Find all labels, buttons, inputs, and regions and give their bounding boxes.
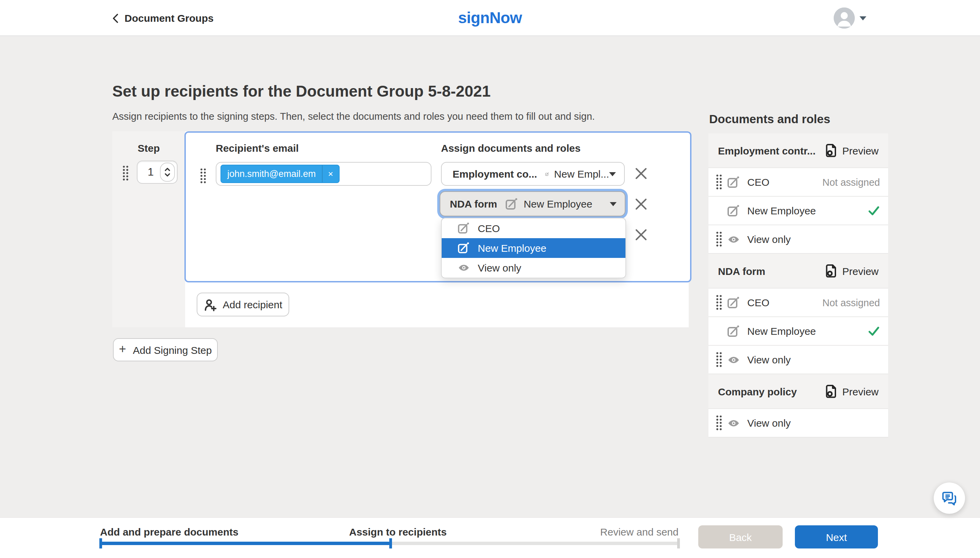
progress-bar-completed (100, 542, 391, 545)
step-label: Step (112, 142, 185, 154)
close-icon (634, 197, 648, 211)
row-drag-handle[interactable] (716, 174, 722, 190)
avatar (834, 8, 855, 29)
add-recipient-button[interactable]: Add recipient (197, 293, 289, 317)
chevron-down-icon (610, 202, 617, 206)
preview-link[interactable]: Preview (824, 264, 878, 277)
user-silhouette-icon (834, 8, 855, 29)
edit-icon (727, 324, 740, 338)
role-row[interactable]: CEO Not assigned (708, 289, 888, 317)
assigned-check-icon (868, 205, 880, 217)
role-row[interactable]: View only (708, 346, 888, 374)
row-drag-handle[interactable] (716, 231, 722, 247)
role-option-label: View only (478, 262, 521, 274)
account-menu[interactable] (834, 0, 866, 36)
dropdown-role-name: New Empl... (554, 168, 609, 180)
edit-icon (727, 175, 740, 189)
dropdown-document-name: NDA form (450, 198, 497, 210)
role-row[interactable]: New Employee (708, 317, 888, 346)
assigned-check-icon (868, 325, 880, 337)
role-row[interactable]: New Employee (708, 197, 888, 225)
step-drag-handle[interactable] (123, 165, 129, 181)
role-row[interactable]: View only (708, 225, 888, 254)
row-drag-handle[interactable] (716, 295, 722, 310)
preview-document-icon (824, 264, 837, 277)
role-option-view-only[interactable]: View only (442, 258, 625, 277)
add-signing-step-label: Add Signing Step (133, 344, 212, 356)
chevron-down-icon (609, 172, 616, 176)
step-number-stepper[interactable]: 1 (137, 161, 177, 184)
signing-step-block: Step 1 Recipient's email john.smith@emai… (112, 131, 689, 327)
preview-document-icon (824, 144, 837, 157)
document-section-header: Employment contr... Preview (708, 133, 888, 168)
page-subtitle: Assign recipients to the signing steps. … (112, 111, 595, 121)
step-spinner-buttons[interactable] (160, 162, 175, 182)
recipient-email-input[interactable]: john.smith@email.em × (216, 162, 432, 186)
close-icon (634, 228, 648, 241)
documents-panel: Employment contr... Preview CEO Not assi… (708, 133, 888, 438)
document-name: NDA form (718, 265, 765, 277)
preview-label: Preview (842, 144, 878, 156)
close-icon (634, 167, 648, 181)
eye-icon (457, 261, 470, 274)
recipient-drag-handle[interactable] (200, 168, 206, 184)
role-row[interactable]: CEO Not assigned (708, 168, 888, 197)
step-number-column: Step 1 (112, 131, 185, 327)
role-name: View only (747, 233, 791, 245)
role-name: CEO (747, 297, 769, 308)
document-role-dropdown-employment[interactable]: Employment co... New Empl... (441, 162, 625, 186)
wizard-footer: Add and prepare documents Assign to reci… (0, 517, 980, 558)
assign-documents-label: Assign documents and roles (441, 142, 581, 154)
row-drag-handle[interactable] (716, 352, 722, 368)
chevron-down-icon (860, 16, 866, 20)
preview-label: Preview (842, 386, 878, 397)
top-navigation-bar: Document Groups signNow (0, 0, 980, 36)
remove-assignment-button-3[interactable] (633, 226, 649, 243)
chat-bubbles-icon (941, 490, 957, 506)
document-name: Company policy (718, 386, 797, 397)
role-name: New Employee (747, 205, 816, 217)
progress-step-review-send: Review and send (600, 526, 678, 538)
add-signing-step-button[interactable]: + Add Signing Step (113, 338, 218, 361)
progress-bar-remaining (391, 542, 678, 545)
eye-icon (727, 232, 740, 246)
role-option-ceo[interactable]: CEO (442, 218, 625, 238)
back-button[interactable]: Back (698, 525, 783, 548)
document-name: Employment contr... (718, 144, 816, 156)
role-option-new-employee-selected[interactable]: New Employee (442, 238, 625, 258)
document-section-header: NDA form Preview (708, 254, 888, 289)
spinner-down-icon (165, 173, 170, 177)
preview-link[interactable]: Preview (824, 144, 878, 157)
progress-step-add-documents: Add and prepare documents (100, 526, 238, 538)
recipient-card: Recipient's email john.smith@email.em × … (184, 131, 691, 282)
add-person-icon (204, 298, 217, 311)
remove-assignment-button-2[interactable] (633, 196, 649, 212)
plus-icon: + (119, 343, 126, 355)
document-section-header: Company policy Preview (708, 374, 888, 409)
role-status: Not assigned (822, 297, 880, 308)
add-recipient-label: Add recipient (223, 299, 282, 310)
role-dropdown-menu: CEO New Employee View only (441, 218, 626, 278)
remove-assignment-button-1[interactable] (633, 165, 649, 182)
role-row[interactable]: View only (708, 409, 888, 438)
role-name: View only (747, 354, 791, 366)
edit-icon (505, 197, 519, 211)
role-name: New Employee (747, 325, 816, 337)
signnow-logo: signNow (0, 0, 980, 36)
eye-icon (727, 416, 740, 430)
preview-document-icon (824, 384, 837, 398)
preview-link[interactable]: Preview (824, 384, 878, 398)
document-role-dropdown-nda-focused[interactable]: NDA form New Employee (440, 191, 625, 217)
row-drag-handle[interactable] (716, 415, 722, 431)
support-chat-button[interactable] (934, 483, 965, 514)
email-chip: john.smith@email.em × (220, 165, 339, 183)
edit-icon (457, 241, 470, 254)
email-chip-remove-icon[interactable]: × (322, 165, 338, 182)
role-name: CEO (747, 176, 769, 188)
recipient-email-label: Recipient's email (216, 142, 299, 154)
dropdown-role-name: New Employee (524, 198, 593, 210)
spinner-up-icon (165, 167, 170, 171)
role-option-label: New Employee (478, 242, 547, 254)
next-button[interactable]: Next (795, 525, 878, 548)
progress-step-assign-recipients: Assign to recipients (349, 526, 447, 538)
